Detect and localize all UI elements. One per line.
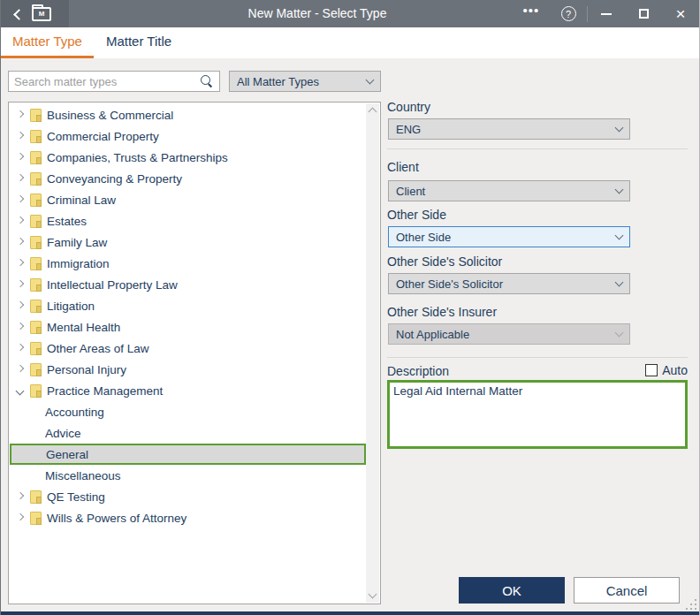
auto-checkbox[interactable] <box>645 364 658 376</box>
other-side-value: Other Side <box>396 231 616 244</box>
folder-icon <box>30 215 42 228</box>
tab-matter-title[interactable]: Matter Title <box>94 27 184 58</box>
chevron-right-icon[interactable] <box>16 132 25 140</box>
chevron-right-icon[interactable] <box>16 195 25 204</box>
ellipsis-menu-icon[interactable]: ••• <box>513 0 550 27</box>
tree-item-practice-management[interactable]: Practice Management <box>9 380 366 401</box>
chevron-down-icon[interactable] <box>16 386 25 395</box>
window-bottom-border <box>1 611 699 615</box>
new-matter-dialog: M New Matter - Select Type ••• ? × Matte… <box>0 0 700 615</box>
chevron-right-icon[interactable] <box>16 365 25 374</box>
tree-item-litigation[interactable]: Litigation <box>9 295 366 316</box>
tree-item-conveyancing-property[interactable]: Conveyancing & Property <box>9 168 366 189</box>
tree-item-commercial-property[interactable]: Commercial Property <box>9 125 366 147</box>
client-label: Client <box>387 160 419 174</box>
tree-item-general[interactable]: General <box>10 444 366 465</box>
tree-item-label: Immigration <box>47 257 110 270</box>
maximize-button[interactable] <box>625 0 662 27</box>
search-input[interactable] <box>9 75 199 88</box>
country-value: ENG <box>396 123 616 136</box>
tree-item-business-commercial[interactable]: Business & Commercial <box>9 104 366 125</box>
tree-scrollbar[interactable] <box>366 103 379 603</box>
title-bar: M New Matter - Select Type ••• ? × <box>1 0 699 27</box>
client-dropdown[interactable]: Client <box>388 180 630 201</box>
chevron-right-icon[interactable] <box>16 301 25 310</box>
tree-item-criminal-law[interactable]: Criminal Law <box>9 189 366 210</box>
ellipsis-glyph: ••• <box>523 6 540 21</box>
folder-icon <box>30 512 42 525</box>
matter-type-list: Business & CommercialCommercial Property… <box>8 102 381 604</box>
app-icon-letter: M <box>39 11 45 18</box>
tree-item-label: Practice Management <box>47 384 163 398</box>
other-side-dropdown[interactable]: Other Side <box>388 226 630 247</box>
tree-item-miscellaneous[interactable]: Miscellaneous <box>9 465 366 486</box>
tree-item-label: Wills & Powers of Attorney <box>47 512 186 525</box>
folder-icon <box>30 236 42 249</box>
scroll-down-icon[interactable] <box>369 590 377 599</box>
matter-folder-app-icon: M <box>32 7 51 21</box>
folder-icon <box>30 300 42 313</box>
other-side-insurer-dropdown: Not Applicable <box>388 323 630 345</box>
help-icon[interactable]: ? <box>550 0 587 27</box>
chevron-right-icon[interactable] <box>16 323 25 331</box>
chevron-right-icon[interactable] <box>16 280 25 289</box>
tree-item-label: Miscellaneous <box>45 469 121 482</box>
tree-item-label: Advice <box>45 427 81 440</box>
chevron-right-icon[interactable] <box>16 153 25 162</box>
other-side-solicitor-dropdown[interactable]: Other Side's Solicitor <box>388 273 630 294</box>
chevron-down-icon <box>615 124 624 133</box>
tree-item-intellectual-property-law[interactable]: Intellectual Property Law <box>9 274 366 295</box>
search-icon[interactable] <box>199 73 215 89</box>
tree-item-personal-injury[interactable]: Personal Injury <box>9 359 366 380</box>
window-title: New Matter - Select Type <box>122 0 513 27</box>
tree-item-label: Litigation <box>47 300 95 313</box>
minimize-button[interactable] <box>588 0 625 27</box>
ok-button[interactable]: OK <box>459 577 565 604</box>
description-textarea[interactable]: Legal Aid Internal Matter <box>387 380 688 449</box>
scroll-up-icon[interactable] <box>369 108 377 117</box>
chevron-right-icon[interactable] <box>16 344 25 353</box>
tree-item-label: Accounting <box>45 406 104 419</box>
chevron-down-icon <box>615 232 624 240</box>
help-glyph: ? <box>561 6 576 21</box>
tree-item-label: Intellectual Property Law <box>47 278 178 292</box>
chevron-right-icon[interactable] <box>16 513 25 522</box>
chevron-right-icon[interactable] <box>16 259 25 268</box>
chevron-right-icon[interactable] <box>16 492 25 501</box>
chevron-right-icon[interactable] <box>16 238 25 247</box>
tree-item-companies-trusts-partnerships[interactable]: Companies, Trusts & Partnerships <box>9 147 366 168</box>
separator <box>387 148 688 149</box>
tab-matter-type[interactable]: Matter Type <box>1 27 94 58</box>
tree-item-family-law[interactable]: Family Law <box>9 232 366 253</box>
folder-icon <box>30 363 42 376</box>
folder-icon <box>30 130 42 143</box>
chevron-right-icon[interactable] <box>16 216 25 225</box>
tree-item-other-areas-of-law[interactable]: Other Areas of Law <box>9 338 366 359</box>
tree-item-mental-health[interactable]: Mental Health <box>9 316 366 338</box>
chevron-right-icon[interactable] <box>16 110 25 119</box>
matter-tree: Business & CommercialCommercial Property… <box>9 104 366 604</box>
tree-item-accounting[interactable]: Accounting <box>9 401 366 422</box>
matter-type-filter-dropdown[interactable]: All Matter Types <box>229 71 381 92</box>
chevron-down-icon <box>615 329 624 338</box>
close-button[interactable]: × <box>662 0 699 27</box>
search-box <box>8 71 220 92</box>
tree-item-label: Other Areas of Law <box>47 342 149 355</box>
tree-item-wills-powers-of-attorney[interactable]: Wills & Powers of Attorney <box>9 507 366 528</box>
resize-grip[interactable] <box>686 599 696 610</box>
tree-item-estates[interactable]: Estates <box>9 210 366 232</box>
tree-item-advice[interactable]: Advice <box>9 422 366 444</box>
country-dropdown[interactable]: ENG <box>388 118 630 140</box>
chevron-right-icon[interactable] <box>16 174 25 183</box>
tree-item-immigration[interactable]: Immigration <box>9 253 366 274</box>
tree-item-label: General <box>46 448 88 461</box>
back-icon[interactable] <box>13 9 25 20</box>
tree-item-label: Business & Commercial <box>47 109 173 122</box>
folder-icon <box>30 278 42 292</box>
tree-item-label: Criminal Law <box>47 194 116 207</box>
close-icon: × <box>675 5 685 22</box>
tree-item-qe-testing[interactable]: QE Testing <box>9 486 366 507</box>
cancel-button[interactable]: Cancel <box>574 577 680 604</box>
tree-item-label: Conveyancing & Property <box>47 172 182 186</box>
chevron-down-icon <box>615 186 624 194</box>
